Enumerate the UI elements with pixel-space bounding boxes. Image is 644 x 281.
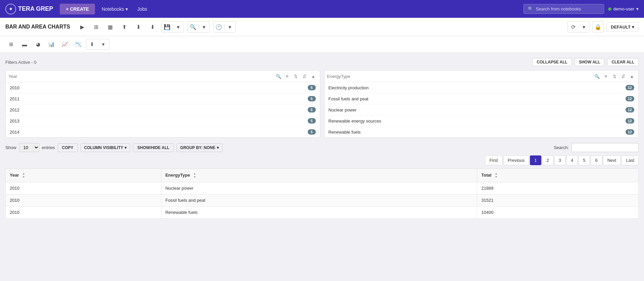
energytype-badge-fossil: 12 (626, 96, 634, 101)
page-3-button[interactable]: 3 (554, 155, 565, 165)
schedule-dropdown-button[interactable]: ▾ (225, 21, 235, 32)
refresh-dropdown-button[interactable]: ▾ (579, 21, 589, 32)
energytype-filter-item-nuclear[interactable]: Nuclear power 12 (325, 104, 639, 115)
cell-energytype-1: Fossil fuels and peat (161, 194, 477, 206)
chevron-down-icon: ▾ (126, 6, 128, 12)
energytype-sort-asc-button[interactable]: ⇅ (611, 73, 618, 80)
search-bar[interactable]: 🔍 Search from notebooks (524, 4, 604, 14)
viz-download-button[interactable]: ⬇ (86, 39, 98, 49)
search-toolbar-button[interactable]: 🔍 (188, 21, 198, 32)
show-select[interactable]: 10 25 50 100 (19, 143, 39, 152)
column-visibility-label: COLUMN VISIBILITY (84, 145, 123, 150)
page-2-button[interactable]: 2 (542, 155, 553, 165)
search-dropdown-button[interactable]: ▾ (199, 21, 209, 32)
energytype-collapse-button[interactable]: ▲ (628, 73, 636, 80)
refresh-button[interactable]: ⟳ (568, 21, 579, 32)
show-all-button[interactable]: SHOW ALL (575, 58, 605, 66)
page-previous-button[interactable]: Previous (503, 155, 529, 165)
default-chevron-icon: ▾ (632, 25, 634, 30)
year-filter-item-2011[interactable]: 2011 5 (6, 93, 320, 104)
col-year[interactable]: Year ▲ ▼ (6, 169, 161, 182)
energytype-label-renewable: Renewable energy sources (329, 119, 382, 124)
page-first-button[interactable]: First (485, 155, 502, 165)
energytype-filter-item-renewable[interactable]: Renewable energy sources 12 (325, 115, 639, 127)
page-last-button[interactable]: Last (622, 155, 639, 165)
energytype-search-input[interactable] (327, 74, 592, 79)
viz-bar-button[interactable]: ▬ (19, 39, 30, 49)
year-filter-item-2010[interactable]: 2010 5 (6, 82, 320, 93)
year-collapse-button[interactable]: ▲ (310, 73, 317, 80)
year-filter-item-2013[interactable]: 2013 5 (6, 115, 320, 127)
year-sort-desc-button[interactable]: ⇵ (301, 73, 308, 80)
clear-all-button[interactable]: CLEAR ALL (607, 58, 639, 66)
column-visibility-button[interactable]: COLUMN VISIBILITY ▾ (81, 143, 131, 152)
viz-line-button[interactable]: 📈 (59, 39, 70, 49)
download-button[interactable]: ⬇ (133, 21, 144, 32)
datatable-search-area: Search: (554, 143, 639, 152)
year-sort-asc-button[interactable]: ⇅ (292, 73, 300, 80)
schedule-button[interactable]: 🕐 (213, 21, 224, 32)
nav-notebooks-label: Notebooks (102, 6, 124, 12)
year-clear-button[interactable]: ✕ (284, 73, 291, 80)
viz-download-dropdown[interactable]: ▾ (98, 39, 109, 49)
energytype-badge-nuclear: 12 (626, 107, 634, 112)
sort-up-icon: ▲ (22, 172, 25, 175)
save-button[interactable]: 💾 (162, 21, 172, 32)
table-button[interactable]: ▦ (105, 21, 116, 32)
viz-toolbar: ⊞ ▬ ◕ 📊 📈 📉 ⬇ ▾ (0, 36, 644, 53)
energytype-filter-item-renewable-fuels[interactable]: Renewable fuels 12 (325, 127, 639, 137)
page-6-button[interactable]: 6 (591, 155, 602, 165)
export-button[interactable]: ⬇ (147, 21, 158, 32)
year-search-button[interactable]: 🔍 (275, 73, 282, 80)
table-row: 2010 Fossil fuels and peat 31521 (6, 194, 639, 206)
nav-notebooks[interactable]: Notebooks ▾ (99, 5, 131, 13)
total-sort-icons: ▲ ▼ (495, 172, 498, 179)
logo-icon: ✦ (5, 4, 16, 14)
energytype-search-button[interactable]: 🔍 (593, 73, 601, 80)
viz-chart-button[interactable]: 📊 (46, 39, 57, 49)
page-1-button[interactable]: 1 (530, 155, 541, 165)
energytype-filter-item-fossil[interactable]: Fossil fuels and peat 12 (325, 93, 639, 104)
show-label: Show (5, 145, 16, 150)
create-button[interactable]: + CREATE (60, 4, 95, 14)
energytype-label-fossil: Fossil fuels and peat (329, 96, 368, 101)
viz-table-button[interactable]: ⊞ (5, 39, 17, 49)
page-next-button[interactable]: Next (603, 155, 621, 165)
settings-button[interactable]: ⊞ (91, 21, 102, 32)
nav-jobs[interactable]: Jobs (135, 5, 150, 13)
lock-button[interactable]: 🔒 (592, 21, 604, 33)
col-total[interactable]: Total ▲ ▼ (477, 169, 639, 182)
collapse-all-button[interactable]: COLLAPSE ALL (532, 58, 572, 66)
page-title: BAR AND AREA CHARTS (5, 24, 70, 30)
user-badge[interactable]: demo-user ▾ (608, 6, 639, 11)
copy-button[interactable]: COPY (58, 143, 78, 152)
viz-pie-button[interactable]: ◕ (32, 39, 44, 49)
energytype-clear-button[interactable]: ✕ (602, 73, 609, 80)
page-4-button[interactable]: 4 (566, 155, 578, 165)
viz-area-button[interactable]: 📉 (72, 39, 84, 49)
col-total-label: Total (481, 173, 491, 178)
run-button[interactable]: ▶ (77, 21, 88, 32)
page-5-button[interactable]: 5 (579, 155, 590, 165)
schedule-btn-group: 🕐 ▾ (213, 21, 236, 33)
default-button[interactable]: DEFAULT ▾ (606, 22, 639, 32)
col-energytype[interactable]: EnergyType ▲ ▼ (161, 169, 477, 182)
table-header-row: Year ▲ ▼ EnergyType ▲ ▼ Total (6, 169, 639, 182)
energytype-sort-icons: ▲ ▼ (193, 172, 196, 179)
group-by-button[interactable]: GROUP BY: NONE ▾ (177, 143, 222, 152)
upload-button[interactable]: ⬆ (119, 21, 130, 32)
year-filter-item-2012[interactable]: 2012 5 (6, 104, 320, 115)
energytype-badge-electricity: 12 (626, 85, 634, 90)
user-name: demo-user (613, 6, 634, 11)
save-dropdown-button[interactable]: ▾ (173, 21, 184, 32)
year-filter-item-2014[interactable]: 2014 5 (6, 127, 320, 137)
toolbar-right: ⟳ ▾ 🔒 DEFAULT ▾ (567, 21, 639, 33)
year-search-input[interactable] (8, 74, 274, 79)
cell-energytype-0: Nuclear power (161, 182, 477, 194)
energytype-filter-item-electricity[interactable]: Electricity production 12 (325, 82, 639, 93)
show-hide-all-button[interactable]: SHOW/HIDE ALL (133, 143, 174, 152)
datatable-search-input[interactable] (572, 143, 639, 152)
main-content: Filters Active - 0 COLLAPSE ALL SHOW ALL… (0, 53, 644, 281)
sort-up-icon: ▲ (193, 172, 196, 175)
energytype-sort-desc-button[interactable]: ⇵ (620, 73, 627, 80)
